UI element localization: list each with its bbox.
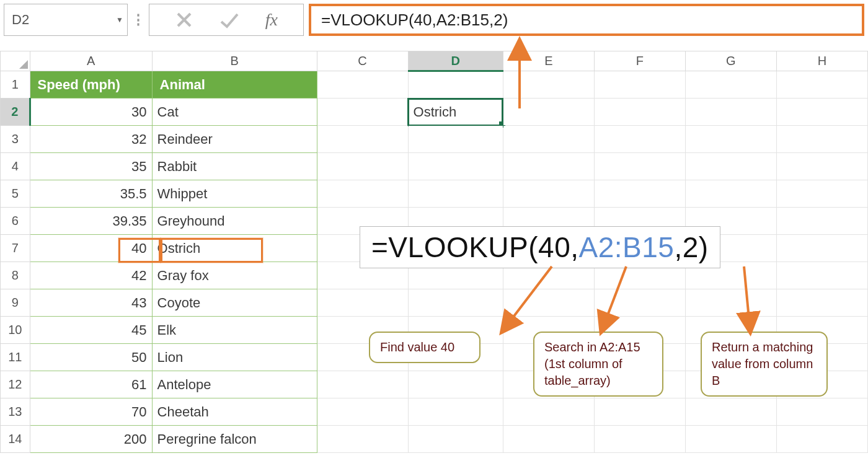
column-header-B[interactable]: B	[152, 51, 317, 71]
cell[interactable]	[503, 180, 594, 208]
cell-A4[interactable]: 35	[30, 153, 152, 180]
cell[interactable]	[317, 153, 408, 180]
column-header-E[interactable]: E	[503, 51, 594, 71]
enter-icon[interactable]	[219, 11, 240, 29]
cell[interactable]	[408, 371, 503, 398]
cell[interactable]	[776, 71, 867, 99]
cell[interactable]	[408, 153, 503, 180]
cell[interactable]	[685, 398, 776, 426]
row-header[interactable]: 2	[1, 99, 30, 126]
cell[interactable]	[408, 180, 503, 208]
cell[interactable]	[776, 235, 867, 262]
row-header[interactable]: 13	[1, 398, 30, 426]
cell-A9[interactable]: 43	[30, 289, 152, 317]
cell-B2[interactable]: Cat	[152, 99, 317, 126]
row-header[interactable]: 10	[1, 317, 30, 344]
cell[interactable]	[408, 71, 503, 99]
cell-A1[interactable]: Speed (mph)	[30, 71, 152, 99]
row-header[interactable]: 3	[1, 126, 30, 153]
cell[interactable]	[776, 208, 867, 235]
cell[interactable]	[317, 126, 408, 153]
cell-A7[interactable]: 40	[30, 235, 152, 262]
column-header-A[interactable]: A	[30, 51, 152, 71]
row-header[interactable]: 5	[1, 180, 30, 208]
cell[interactable]	[408, 398, 503, 426]
cell-D2[interactable]: Ostrich	[408, 99, 503, 126]
row-header[interactable]: 11	[1, 344, 30, 371]
cell-A3[interactable]: 32	[30, 126, 152, 153]
cell[interactable]	[776, 99, 867, 126]
cell[interactable]	[685, 153, 776, 180]
cell[interactable]	[594, 180, 685, 208]
column-header-G[interactable]: G	[685, 51, 776, 71]
cell-A10[interactable]: 45	[30, 317, 152, 344]
cell[interactable]	[503, 426, 594, 453]
cell[interactable]	[594, 126, 685, 153]
cell-A5[interactable]: 35.5	[30, 180, 152, 208]
cell-B10[interactable]: Elk	[152, 317, 317, 344]
cell[interactable]	[594, 71, 685, 99]
chevron-down-icon[interactable]: ▼	[116, 15, 123, 24]
cell-A14[interactable]: 200	[30, 426, 152, 453]
row-header[interactable]: 8	[1, 262, 30, 289]
cell[interactable]	[594, 289, 685, 317]
cell-B14[interactable]: Peregrine falcon	[152, 426, 317, 453]
cell[interactable]	[503, 398, 594, 426]
cell-B3[interactable]: Reindeer	[152, 126, 317, 153]
column-header-D[interactable]: D	[408, 51, 503, 71]
cell-B5[interactable]: Whippet	[152, 180, 317, 208]
row-header[interactable]: 14	[1, 426, 30, 453]
cell[interactable]	[317, 99, 408, 126]
cell-A2[interactable]: 30	[30, 99, 152, 126]
cell[interactable]	[408, 289, 503, 317]
row-header[interactable]: 4	[1, 153, 30, 180]
cell[interactable]	[776, 180, 867, 208]
cell[interactable]	[503, 126, 594, 153]
column-header-F[interactable]: F	[594, 51, 685, 71]
cell[interactable]	[317, 71, 408, 99]
column-header-H[interactable]: H	[776, 51, 867, 71]
row-header[interactable]: 6	[1, 208, 30, 235]
cell[interactable]	[685, 289, 776, 317]
fx-icon[interactable]: fx	[265, 10, 278, 30]
cell[interactable]	[776, 153, 867, 180]
column-header-C[interactable]: C	[317, 51, 408, 71]
cell[interactable]	[594, 153, 685, 180]
cell[interactable]	[317, 371, 408, 398]
cell[interactable]	[776, 262, 867, 289]
formula-bar-splitter[interactable]: ⋮	[133, 4, 144, 36]
cell[interactable]	[408, 426, 503, 453]
cancel-icon[interactable]	[175, 11, 193, 29]
cell[interactable]	[685, 426, 776, 453]
cell-A12[interactable]: 61	[30, 371, 152, 398]
cell-A11[interactable]: 50	[30, 344, 152, 371]
cell-B8[interactable]: Gray fox	[152, 262, 317, 289]
cell-B12[interactable]: Antelope	[152, 371, 317, 398]
cell-B1[interactable]: Animal	[152, 71, 317, 99]
cell-B11[interactable]: Lion	[152, 344, 317, 371]
cell-B7[interactable]: Ostrich	[152, 235, 317, 262]
cell[interactable]	[685, 126, 776, 153]
cell-B4[interactable]: Rabbit	[152, 153, 317, 180]
cell[interactable]	[685, 180, 776, 208]
cell[interactable]	[503, 71, 594, 99]
row-header[interactable]: 1	[1, 71, 30, 99]
cell[interactable]	[594, 99, 685, 126]
cell[interactable]	[317, 398, 408, 426]
cell[interactable]	[776, 426, 867, 453]
cell-A6[interactable]: 39.35	[30, 208, 152, 235]
select-all-button[interactable]	[1, 51, 30, 71]
cell[interactable]	[776, 126, 867, 153]
row-header[interactable]: 9	[1, 289, 30, 317]
cell[interactable]	[317, 289, 408, 317]
formula-input[interactable]: =VLOOKUP(40,A2:B15,2)	[309, 4, 864, 36]
cell[interactable]	[408, 126, 503, 153]
cell[interactable]	[594, 398, 685, 426]
cell-A8[interactable]: 42	[30, 262, 152, 289]
cell[interactable]	[317, 426, 408, 453]
cell[interactable]	[776, 398, 867, 426]
cell-A13[interactable]: 70	[30, 398, 152, 426]
cell-B6[interactable]: Greyhound	[152, 208, 317, 235]
name-box[interactable]: D2 ▼	[4, 4, 128, 36]
cell-B9[interactable]: Coyote	[152, 289, 317, 317]
